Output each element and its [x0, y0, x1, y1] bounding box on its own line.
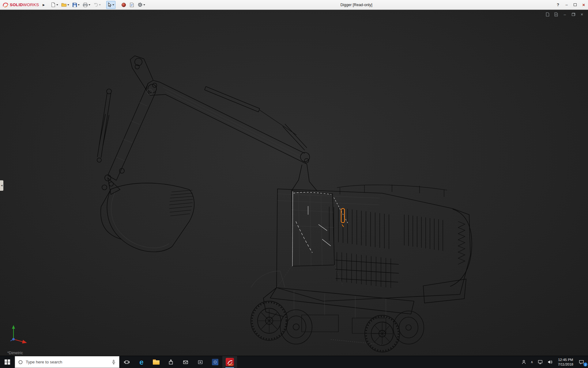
minimize-button[interactable]: –	[562, 0, 571, 10]
dropdown-arrow-icon[interactable]	[56, 4, 58, 6]
document-title: Digger [Read-only]	[340, 3, 372, 7]
taskbar-clock[interactable]: 12:45 PM 7/11/2018	[555, 356, 576, 368]
search-input[interactable]	[26, 360, 108, 364]
photos-icon	[212, 359, 218, 365]
new-document-icon	[51, 2, 56, 7]
view-orientation-label: *Dimetric	[7, 351, 23, 355]
doc-minimize-button[interactable]: –	[562, 12, 568, 17]
clock-date: 7/11/2018	[558, 362, 573, 367]
doc-page-icon[interactable]	[545, 12, 551, 17]
microphone-icon[interactable]	[111, 359, 116, 365]
ds-logo-icon	[2, 2, 9, 8]
action-center-button[interactable]: 2	[576, 356, 588, 368]
file-properties-button[interactable]	[128, 1, 136, 9]
start-button[interactable]	[0, 356, 15, 368]
highlighted-edges	[292, 191, 349, 266]
body-group	[277, 185, 472, 303]
dropdown-arrow-icon[interactable]	[143, 4, 145, 6]
taskbar-app-movies-tv[interactable]	[193, 356, 208, 368]
titlebar: SOLIDWORKS ▶	[0, 0, 588, 10]
dropdown-arrow-icon[interactable]	[89, 4, 90, 6]
app-logo: SOLIDWORKS	[0, 2, 41, 8]
graphics-viewport[interactable]: – × ◀ *Dimetric	[0, 10, 588, 356]
close-button[interactable]: ×	[579, 0, 588, 10]
wireframe-excavator-model	[0, 10, 588, 356]
mail-envelope-icon	[183, 359, 189, 365]
cortana-icon	[18, 359, 23, 365]
titlebar-controls: ? – ×	[554, 0, 588, 10]
people-button[interactable]	[519, 356, 529, 368]
dropdown-arrow-icon[interactable]	[99, 4, 101, 6]
undo-button[interactable]	[92, 1, 102, 9]
notification-badge: 2	[583, 362, 587, 366]
chevron-up-icon: ∧	[531, 360, 533, 364]
task-view-icon	[124, 359, 130, 365]
doc-close-button[interactable]: ×	[579, 12, 585, 17]
doc-restore-icon	[572, 13, 575, 16]
panel-collapse-tab[interactable]: ◀	[0, 180, 3, 191]
standard-toolbar	[50, 1, 146, 9]
volume-icon	[547, 359, 553, 365]
taskbar-app-photos[interactable]	[208, 356, 222, 368]
taskbar: e	[0, 356, 588, 368]
clock-time: 12:45 PM	[558, 358, 573, 362]
doc-page-icon-2[interactable]	[553, 12, 559, 17]
network-button[interactable]	[535, 356, 545, 368]
print-icon	[83, 2, 88, 7]
document-window-controls: – ×	[545, 12, 585, 17]
windows-logo-icon	[5, 359, 10, 365]
hidden-icons-button[interactable]: ∧	[529, 356, 535, 368]
print-button[interactable]	[81, 1, 92, 9]
maximize-button[interactable]	[571, 0, 579, 10]
save-button[interactable]	[71, 1, 81, 9]
open-folder-icon	[61, 2, 67, 7]
close-icon: ×	[582, 2, 585, 7]
doc-restore-button[interactable]	[570, 12, 576, 17]
file-explorer-icon	[153, 359, 160, 365]
app-name-works: WORKS	[23, 2, 39, 7]
taskbar-app-file-explorer[interactable]	[149, 356, 164, 368]
options-gear-icon	[138, 2, 143, 7]
save-icon	[72, 2, 77, 7]
rebuild-icon	[121, 2, 126, 7]
wheels-group	[251, 301, 424, 352]
maximize-icon	[574, 3, 577, 6]
edge-icon: e	[139, 358, 143, 366]
dropdown-arrow-icon[interactable]	[78, 4, 80, 6]
stick-group	[97, 84, 156, 194]
store-bag-icon	[168, 359, 174, 365]
boom-group	[130, 56, 317, 191]
network-icon	[537, 359, 543, 365]
volume-button[interactable]	[545, 356, 555, 368]
dropdown-arrow-icon[interactable]	[112, 4, 114, 6]
taskbar-app-solidworks[interactable]: 2017	[222, 356, 237, 368]
app-name-solid: SOLID	[10, 2, 23, 7]
system-tray: ∧ 12:45 PM 7/11/2018	[519, 356, 588, 368]
app-name: SOLIDWORKS	[10, 2, 39, 7]
desktop: SOLIDWORKS ▶	[0, 0, 588, 368]
taskbar-app-store[interactable]	[164, 356, 178, 368]
taskbar-search[interactable]	[15, 356, 119, 368]
task-view-button[interactable]	[119, 356, 134, 368]
people-icon	[521, 359, 526, 365]
movies-tv-icon	[197, 359, 203, 365]
taskbar-app-edge[interactable]: e	[134, 356, 149, 368]
undo-icon	[93, 2, 98, 7]
dropdown-arrow-icon[interactable]	[67, 4, 69, 6]
rebuild-button[interactable]	[120, 1, 127, 9]
select-cursor-icon	[107, 2, 112, 7]
orientation-triad-icon	[7, 323, 30, 347]
select-button[interactable]	[106, 1, 115, 9]
help-button[interactable]: ?	[554, 0, 562, 10]
solidworks-2017-icon: 2017	[226, 358, 234, 366]
solidworks-year-label: 2017	[228, 364, 233, 366]
options-button[interactable]	[136, 1, 146, 9]
file-properties-icon	[130, 2, 134, 7]
taskbar-app-mail[interactable]	[178, 356, 193, 368]
bucket-group	[101, 183, 194, 252]
new-document-button[interactable]	[50, 1, 59, 9]
menu-flyout-arrow[interactable]: ▶	[41, 3, 47, 6]
open-button[interactable]	[60, 1, 70, 9]
